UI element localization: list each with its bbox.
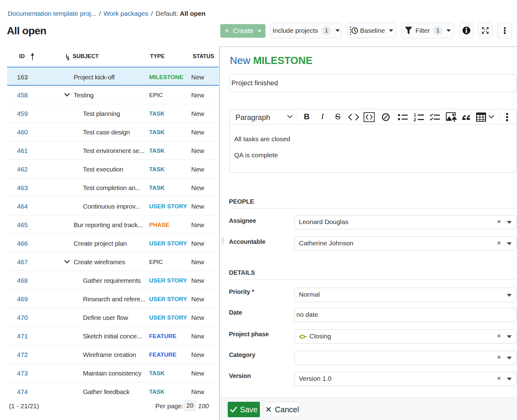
svg-text:2: 2 bbox=[414, 117, 416, 121]
